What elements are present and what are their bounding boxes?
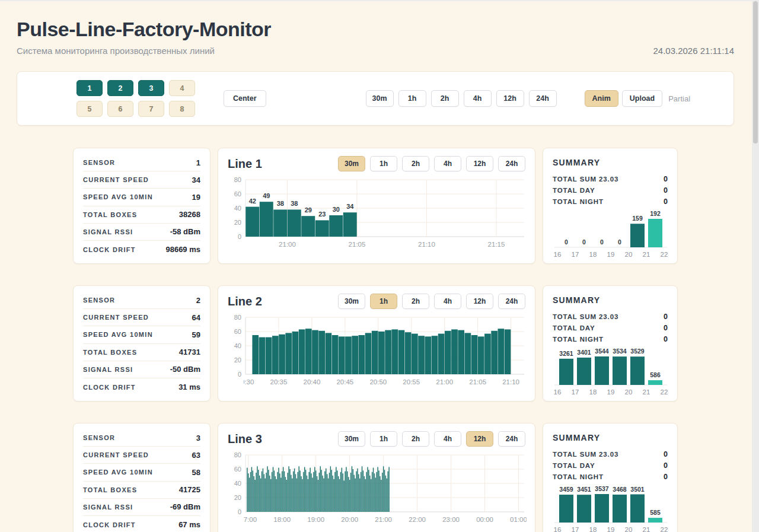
line-chart-plot: 020406080424938382923303421:0021:0521:10… <box>228 174 527 256</box>
sensor-stat-label: CURRENT SPEED <box>83 451 149 458</box>
sensor-stat-label: TOTAL BOXES <box>83 211 137 218</box>
svg-text:0: 0 <box>238 371 241 378</box>
svg-text:0: 0 <box>565 238 568 246</box>
svg-text:19: 19 <box>607 251 615 258</box>
chart-title: Line 3 <box>228 432 262 446</box>
sensor-stat-row: SIGNAL RSSI-58 dBm <box>83 224 200 241</box>
global-range-button-30m[interactable]: 30m <box>366 90 394 107</box>
svg-text:0: 0 <box>238 233 241 240</box>
line-chart-card-1: Line 130m1h2h4h12h24h0204060804249383829… <box>218 148 535 264</box>
svg-text:16: 16 <box>554 526 562 532</box>
summary-total-row: TOTAL SUM 23.030 <box>553 448 668 460</box>
scrollbar-thumb[interactable] <box>753 1 758 144</box>
line-select-button-6[interactable]: 6 <box>107 101 133 117</box>
sensor-stat-row: CLOCK DRIFT31 ms <box>83 378 200 396</box>
chart-title: Line 2 <box>228 295 262 308</box>
svg-text:21:10: 21:10 <box>502 378 519 386</box>
upload-button[interactable]: Upload <box>622 90 662 107</box>
svg-text:29: 29 <box>305 206 312 214</box>
chart-range-button-24h[interactable]: 24h <box>498 431 525 447</box>
svg-text:18: 18 <box>589 388 597 396</box>
global-range-button-12h[interactable]: 12h <box>496 90 524 107</box>
chart-range-button-1h[interactable]: 1h <box>370 156 397 171</box>
chart-range-button-30m[interactable]: 30m <box>338 431 365 447</box>
line-select-button-8[interactable]: 8 <box>169 101 195 117</box>
line-select-button-2[interactable]: 2 <box>107 80 133 96</box>
summary-hourly-chart: 3261340135443534352958616171819202122 <box>553 348 669 398</box>
sensor-stat-value: 1 <box>196 158 200 167</box>
chart-range-button-2h[interactable]: 2h <box>402 156 429 171</box>
chart-range-button-30m[interactable]: 30m <box>338 156 365 171</box>
chart-range-group: 30m1h2h4h12h24h <box>338 156 525 171</box>
chart-title: Line 1 <box>228 157 262 171</box>
chart-range-button-2h[interactable]: 2h <box>402 294 429 309</box>
center-button[interactable]: Center <box>224 90 266 107</box>
summary-total-value: 0 <box>664 324 668 332</box>
svg-text:21:00: 21:00 <box>279 241 296 248</box>
svg-text:38: 38 <box>291 200 298 207</box>
chart-range-button-24h[interactable]: 24h <box>498 294 525 309</box>
chart-range-button-30m[interactable]: 30m <box>338 294 365 309</box>
control-right-group: Anim Upload Partial <box>585 90 690 107</box>
svg-text:18: 18 <box>589 251 597 258</box>
svg-text:40: 40 <box>234 205 241 212</box>
sensor-stat-row: TOTAL BOXES41725 <box>83 482 200 499</box>
global-range-button-24h[interactable]: 24h <box>529 90 557 107</box>
svg-text:3529: 3529 <box>630 348 645 355</box>
svg-text:21:05: 21:05 <box>469 378 486 386</box>
chart-range-button-12h[interactable]: 12h <box>466 431 493 447</box>
svg-text:22:00: 22:00 <box>409 516 426 523</box>
svg-text:20:00: 20:00 <box>341 516 358 523</box>
svg-text:21: 21 <box>643 526 650 532</box>
chart-range-button-2h[interactable]: 2h <box>402 431 429 447</box>
svg-text:17: 17 <box>572 251 579 258</box>
dashboard-page: Pulse-Line-Factory-Monitor Система монит… <box>0 18 752 532</box>
line-select-button-4[interactable]: 4 <box>169 80 195 96</box>
svg-text:17:00: 17:00 <box>240 516 257 523</box>
dashboard-rows: SENSOR1CURRENT SPEED34SPEED AVG 10MIN19T… <box>73 148 678 532</box>
sensor-stat-label: SENSOR <box>83 297 115 304</box>
control-bar: 12345678 Center 30m1h2h4h12h24h Anim Upl… <box>17 71 734 126</box>
svg-text:20:30: 20:30 <box>237 378 254 386</box>
line-chart-card-3: Line 330m1h2h4h12h24h02040608017:0018:00… <box>218 423 535 532</box>
svg-text:17: 17 <box>572 526 579 532</box>
sensor-stat-row: CURRENT SPEED34 <box>83 171 200 189</box>
svg-text:00:00: 00:00 <box>476 516 493 523</box>
chart-range-button-4h[interactable]: 4h <box>434 431 461 447</box>
global-range-button-1h[interactable]: 1h <box>398 90 426 107</box>
anim-button[interactable]: Anim <box>585 90 618 107</box>
svg-text:16: 16 <box>554 388 562 396</box>
chart-range-button-1h[interactable]: 1h <box>370 294 397 309</box>
chart-range-button-12h[interactable]: 12h <box>466 294 493 309</box>
sensor-stat-label: SIGNAL RSSI <box>83 366 133 373</box>
line-select-button-5[interactable]: 5 <box>76 101 103 117</box>
chart-header: Line 130m1h2h4h12h24h <box>228 156 525 171</box>
sensor-stat-value: -69 dBm <box>170 502 200 511</box>
svg-text:80: 80 <box>234 176 241 183</box>
svg-text:20: 20 <box>625 526 633 532</box>
sensor-stats-card-2: SENSOR2CURRENT SPEED64SPEED AVG 10MIN59T… <box>73 285 211 402</box>
line-select-button-3[interactable]: 3 <box>138 80 164 96</box>
svg-text:21:05: 21:05 <box>349 241 366 248</box>
chart-header: Line 230m1h2h4h12h24h <box>228 294 525 309</box>
chart-range-button-12h[interactable]: 12h <box>466 156 493 171</box>
svg-text:586: 586 <box>650 371 661 378</box>
line-select-button-1[interactable]: 1 <box>76 80 103 96</box>
scrollbar[interactable] <box>752 0 759 532</box>
chart-range-button-4h[interactable]: 4h <box>434 156 461 171</box>
svg-text:21: 21 <box>643 251 650 258</box>
svg-text:3401: 3401 <box>577 349 591 356</box>
chart-range-button-4h[interactable]: 4h <box>434 294 461 309</box>
svg-text:18: 18 <box>589 526 597 532</box>
summary-total-value: 0 <box>664 450 668 458</box>
summary-total-value: 0 <box>664 175 668 183</box>
sensor-stat-value: 34 <box>192 176 200 184</box>
svg-text:21:00: 21:00 <box>375 516 392 523</box>
sensor-stat-value: 98669 ms <box>165 245 200 254</box>
chart-range-button-1h[interactable]: 1h <box>370 431 397 447</box>
global-range-button-4h[interactable]: 4h <box>464 90 492 107</box>
sensor-stat-label: SPEED AVG 10MIN <box>83 193 153 200</box>
chart-range-button-24h[interactable]: 24h <box>498 156 525 171</box>
line-select-button-7[interactable]: 7 <box>138 101 164 117</box>
global-range-button-2h[interactable]: 2h <box>431 90 459 107</box>
